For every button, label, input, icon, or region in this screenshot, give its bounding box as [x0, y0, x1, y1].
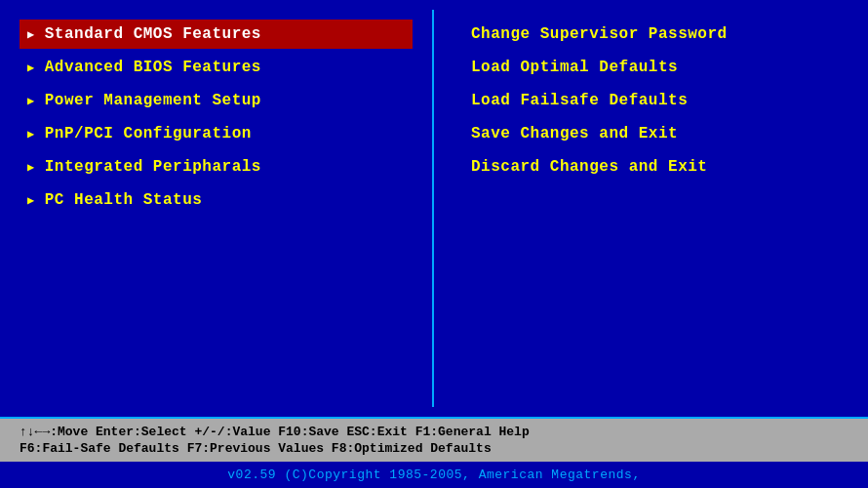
footer-keys-text2: F6:Fail-Safe Defaults F7:Previous Values… [20, 441, 492, 456]
left-panel: ▶Standard CMOS Features▶Advanced BIOS Fe… [0, 10, 434, 407]
right-menu-item-0[interactable]: Change Supervisor Password [463, 20, 839, 49]
footer-keys-row2: F6:Fail-Safe Defaults F7:Previous Values… [20, 441, 848, 456]
right-menu-item-3[interactable]: Save Changes and Exit [463, 119, 839, 148]
left-menu-label-3: PnP/PCI Configuration [45, 125, 252, 142]
footer-copyright: v02.59 (C)Copyright 1985-2005, American … [0, 462, 868, 488]
arrow-icon-0: ▶ [27, 27, 35, 42]
right-menu-label-1: Load Optimal Defaults [471, 59, 678, 76]
left-menu-label-4: Integrated Peripharals [45, 158, 261, 176]
right-menu-item-4[interactable]: Discard Changes and Exit [463, 152, 839, 182]
left-menu-item-3[interactable]: ▶PnP/PCI Configuration [20, 119, 413, 148]
left-menu-label-0: Standard CMOS Features [45, 25, 261, 43]
main-area: ▶Standard CMOS Features▶Advanced BIOS Fe… [0, 0, 868, 417]
left-menu-item-4[interactable]: ▶Integrated Peripharals [20, 152, 413, 182]
arrow-icon-5: ▶ [27, 193, 35, 208]
arrow-icon-2: ▶ [27, 94, 35, 108]
arrow-icon-3: ▶ [27, 127, 35, 142]
right-menu-item-1[interactable]: Load Optimal Defaults [463, 53, 839, 82]
left-menu-item-0[interactable]: ▶Standard CMOS Features [20, 20, 413, 49]
left-menu-item-5[interactable]: ▶PC Health Status [20, 185, 413, 215]
left-menu-label-2: Power Management Setup [45, 92, 261, 109]
right-menu-label-2: Load Failsafe Defaults [471, 92, 688, 109]
right-menu-item-2[interactable]: Load Failsafe Defaults [463, 86, 839, 115]
right-panel: Change Supervisor PasswordLoad Optimal D… [434, 10, 868, 407]
right-menu-label-3: Save Changes and Exit [471, 125, 678, 142]
left-menu-label-5: PC Health Status [45, 191, 203, 209]
copyright-text: v02.59 (C)Copyright 1985-2005, American … [227, 468, 640, 482]
footer-area: ↑↓←→:Move Enter:Select +/-/:Value F10:Sa… [0, 417, 868, 488]
arrow-icon-1: ▶ [27, 61, 35, 75]
left-menu-label-1: Advanced BIOS Features [45, 59, 261, 76]
arrow-icon-4: ▶ [27, 160, 35, 175]
footer-keys: ↑↓←→:Move Enter:Select +/-/:Value F10:Sa… [0, 419, 868, 462]
footer-keys-text1: ↑↓←→:Move Enter:Select +/-/:Value F10:Sa… [20, 425, 530, 439]
left-menu-item-2[interactable]: ▶Power Management Setup [20, 86, 413, 115]
left-menu-item-1[interactable]: ▶Advanced BIOS Features [20, 53, 413, 82]
right-menu-label-4: Discard Changes and Exit [471, 158, 707, 176]
right-menu-label-0: Change Supervisor Password [471, 25, 728, 43]
footer-keys-row1: ↑↓←→:Move Enter:Select +/-/:Value F10:Sa… [20, 425, 848, 439]
